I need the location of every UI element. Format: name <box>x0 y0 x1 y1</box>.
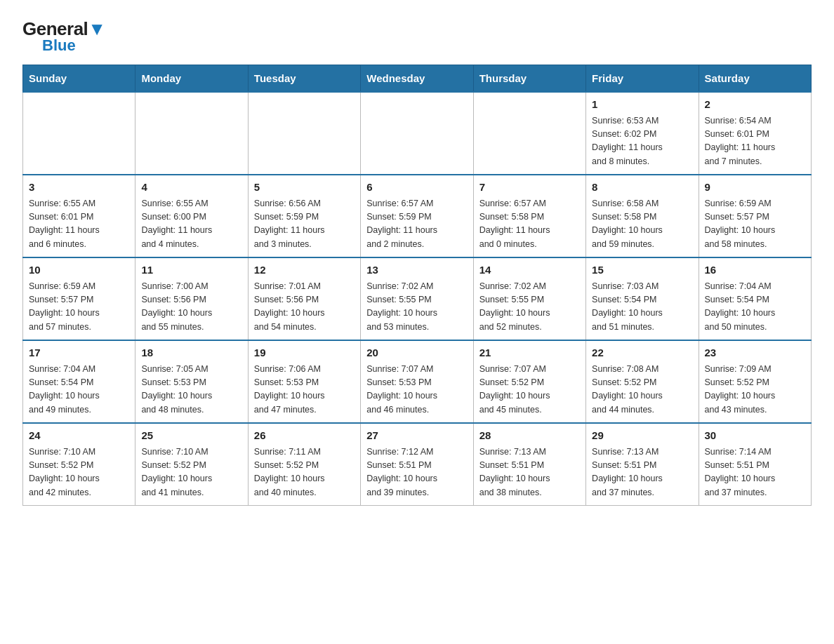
weekday-header-row: SundayMondayTuesdayWednesdayThursdayFrid… <box>23 65 812 93</box>
calendar-cell: 12Sunrise: 7:01 AMSunset: 5:56 PMDayligh… <box>248 257 360 340</box>
calendar-cell: 4Sunrise: 6:55 AMSunset: 6:00 PMDaylight… <box>135 175 248 257</box>
day-info: Sunrise: 7:07 AMSunset: 5:52 PMDaylight:… <box>479 363 580 417</box>
day-info: Sunrise: 6:55 AMSunset: 6:01 PMDaylight:… <box>29 197 129 252</box>
calendar-cell <box>473 92 585 175</box>
day-info: Sunrise: 7:10 AMSunset: 5:52 PMDaylight:… <box>141 445 241 500</box>
calendar-cell: 30Sunrise: 7:14 AMSunset: 5:51 PMDayligh… <box>699 423 811 506</box>
day-number: 16 <box>705 262 805 279</box>
weekday-header-friday: Friday <box>586 65 699 93</box>
day-info: Sunrise: 6:59 AMSunset: 5:57 PMDaylight:… <box>705 197 805 252</box>
calendar-week-5: 24Sunrise: 7:10 AMSunset: 5:52 PMDayligh… <box>23 423 812 506</box>
day-info: Sunrise: 6:57 AMSunset: 5:59 PMDaylight:… <box>366 197 467 252</box>
day-number: 13 <box>366 262 467 279</box>
day-info: Sunrise: 7:06 AMSunset: 5:53 PMDaylight:… <box>254 363 355 417</box>
calendar-table: SundayMondayTuesdayWednesdayThursdayFrid… <box>22 65 812 506</box>
day-info: Sunrise: 6:59 AMSunset: 5:57 PMDaylight:… <box>29 280 129 335</box>
day-info: Sunrise: 7:00 AMSunset: 5:56 PMDaylight:… <box>141 280 241 335</box>
calendar-cell: 26Sunrise: 7:11 AMSunset: 5:52 PMDayligh… <box>248 423 360 506</box>
day-number: 18 <box>141 345 241 361</box>
day-number: 15 <box>592 262 692 279</box>
calendar-cell: 27Sunrise: 7:12 AMSunset: 5:51 PMDayligh… <box>361 423 473 506</box>
weekday-header-wednesday: Wednesday <box>361 65 473 93</box>
logo-general-text: General▼ <box>22 20 106 38</box>
day-info: Sunrise: 7:11 AMSunset: 5:52 PMDaylight:… <box>254 445 355 500</box>
calendar-cell: 29Sunrise: 7:13 AMSunset: 5:51 PMDayligh… <box>586 423 699 506</box>
calendar-cell: 10Sunrise: 6:59 AMSunset: 5:57 PMDayligh… <box>23 257 135 340</box>
weekday-header-sunday: Sunday <box>23 65 135 93</box>
day-info: Sunrise: 7:09 AMSunset: 5:52 PMDaylight:… <box>705 363 805 417</box>
calendar-cell: 11Sunrise: 7:00 AMSunset: 5:56 PMDayligh… <box>135 257 248 340</box>
day-info: Sunrise: 7:13 AMSunset: 5:51 PMDaylight:… <box>592 445 692 500</box>
calendar-cell: 7Sunrise: 6:57 AMSunset: 5:58 PMDaylight… <box>473 175 585 257</box>
day-number: 25 <box>141 428 241 444</box>
day-number: 7 <box>479 180 580 196</box>
day-info: Sunrise: 7:04 AMSunset: 5:54 PMDaylight:… <box>29 363 129 417</box>
day-number: 2 <box>705 97 805 113</box>
calendar-cell: 3Sunrise: 6:55 AMSunset: 6:01 PMDaylight… <box>23 175 135 257</box>
weekday-header-saturday: Saturday <box>699 65 811 93</box>
day-number: 8 <box>592 180 692 196</box>
day-number: 24 <box>29 428 129 444</box>
page-header: General▼ Blue <box>22 17 812 53</box>
calendar-cell: 19Sunrise: 7:06 AMSunset: 5:53 PMDayligh… <box>248 340 360 423</box>
logo-blue-text: Blue <box>42 38 76 53</box>
calendar-week-2: 3Sunrise: 6:55 AMSunset: 6:01 PMDaylight… <box>23 175 812 257</box>
day-info: Sunrise: 6:54 AMSunset: 6:01 PMDaylight:… <box>705 114 805 169</box>
day-info: Sunrise: 7:13 AMSunset: 5:51 PMDaylight:… <box>479 445 580 500</box>
calendar-cell <box>23 92 135 175</box>
day-info: Sunrise: 7:08 AMSunset: 5:52 PMDaylight:… <box>592 363 692 417</box>
weekday-header-tuesday: Tuesday <box>248 65 360 93</box>
day-number: 23 <box>705 345 805 361</box>
day-info: Sunrise: 7:01 AMSunset: 5:56 PMDaylight:… <box>254 280 355 335</box>
day-info: Sunrise: 7:03 AMSunset: 5:54 PMDaylight:… <box>592 280 692 335</box>
calendar-cell <box>248 92 360 175</box>
calendar-cell: 25Sunrise: 7:10 AMSunset: 5:52 PMDayligh… <box>135 423 248 506</box>
day-number: 3 <box>29 180 129 196</box>
day-info: Sunrise: 7:05 AMSunset: 5:53 PMDaylight:… <box>141 363 241 417</box>
day-number: 11 <box>141 262 241 279</box>
day-info: Sunrise: 6:56 AMSunset: 5:59 PMDaylight:… <box>254 197 355 252</box>
calendar-cell: 1Sunrise: 6:53 AMSunset: 6:02 PMDaylight… <box>586 92 699 175</box>
calendar-cell: 8Sunrise: 6:58 AMSunset: 5:58 PMDaylight… <box>586 175 699 257</box>
day-number: 1 <box>592 97 692 113</box>
calendar-cell: 15Sunrise: 7:03 AMSunset: 5:54 PMDayligh… <box>586 257 699 340</box>
day-info: Sunrise: 6:55 AMSunset: 6:00 PMDaylight:… <box>141 197 241 252</box>
calendar-week-4: 17Sunrise: 7:04 AMSunset: 5:54 PMDayligh… <box>23 340 812 423</box>
day-number: 6 <box>366 180 467 196</box>
calendar-cell <box>135 92 248 175</box>
calendar-cell: 23Sunrise: 7:09 AMSunset: 5:52 PMDayligh… <box>699 340 811 423</box>
calendar-cell: 21Sunrise: 7:07 AMSunset: 5:52 PMDayligh… <box>473 340 585 423</box>
calendar-week-3: 10Sunrise: 6:59 AMSunset: 5:57 PMDayligh… <box>23 257 812 340</box>
calendar-cell: 17Sunrise: 7:04 AMSunset: 5:54 PMDayligh… <box>23 340 135 423</box>
calendar-week-1: 1Sunrise: 6:53 AMSunset: 6:02 PMDaylight… <box>23 92 812 175</box>
day-info: Sunrise: 7:02 AMSunset: 5:55 PMDaylight:… <box>366 280 467 335</box>
day-info: Sunrise: 6:58 AMSunset: 5:58 PMDaylight:… <box>592 197 692 252</box>
calendar-cell <box>361 92 473 175</box>
calendar-cell: 18Sunrise: 7:05 AMSunset: 5:53 PMDayligh… <box>135 340 248 423</box>
calendar-cell: 24Sunrise: 7:10 AMSunset: 5:52 PMDayligh… <box>23 423 135 506</box>
calendar-cell: 2Sunrise: 6:54 AMSunset: 6:01 PMDaylight… <box>699 92 811 175</box>
day-info: Sunrise: 7:10 AMSunset: 5:52 PMDaylight:… <box>29 445 129 500</box>
logo-triangle-icon: ▼ <box>88 18 105 39</box>
logo: General▼ Blue <box>22 17 106 53</box>
calendar-cell: 22Sunrise: 7:08 AMSunset: 5:52 PMDayligh… <box>586 340 699 423</box>
day-number: 14 <box>479 262 580 279</box>
day-number: 26 <box>254 428 355 444</box>
day-info: Sunrise: 6:57 AMSunset: 5:58 PMDaylight:… <box>479 197 580 252</box>
day-info: Sunrise: 6:53 AMSunset: 6:02 PMDaylight:… <box>592 114 692 169</box>
day-number: 17 <box>29 345 129 361</box>
day-info: Sunrise: 7:02 AMSunset: 5:55 PMDaylight:… <box>479 280 580 335</box>
calendar-cell: 6Sunrise: 6:57 AMSunset: 5:59 PMDaylight… <box>361 175 473 257</box>
day-number: 30 <box>705 428 805 444</box>
day-number: 29 <box>592 428 692 444</box>
day-number: 28 <box>479 428 580 444</box>
weekday-header-thursday: Thursday <box>473 65 585 93</box>
day-number: 22 <box>592 345 692 361</box>
day-number: 19 <box>254 345 355 361</box>
day-number: 9 <box>705 180 805 196</box>
calendar-cell: 16Sunrise: 7:04 AMSunset: 5:54 PMDayligh… <box>699 257 811 340</box>
day-number: 20 <box>366 345 467 361</box>
calendar-cell: 13Sunrise: 7:02 AMSunset: 5:55 PMDayligh… <box>361 257 473 340</box>
day-number: 5 <box>254 180 355 196</box>
calendar-cell: 20Sunrise: 7:07 AMSunset: 5:53 PMDayligh… <box>361 340 473 423</box>
